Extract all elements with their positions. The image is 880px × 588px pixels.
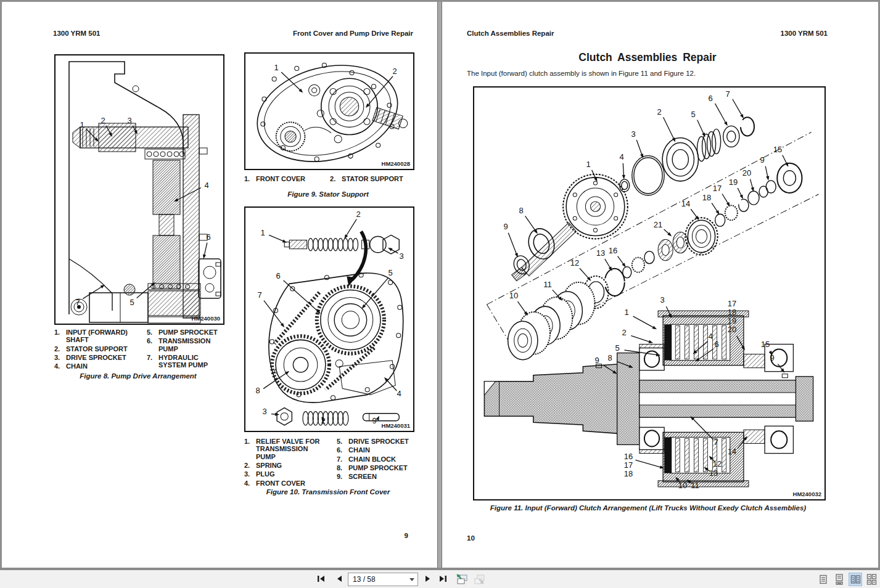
figure-9-stator-support: HM240028 12 [244, 52, 414, 170]
legend-item: 4.FRONT COVER [244, 480, 334, 487]
figure-8-pump-drive-arrangement: HM240030 1234657 [54, 54, 224, 325]
legend-item: 5.PUMP SPROCKET [147, 329, 227, 336]
first-page-button[interactable] [313, 572, 328, 586]
figure9-image-code: HM240028 [382, 160, 410, 167]
previous-view-button[interactable] [454, 572, 469, 586]
figure-callout: 7 [75, 298, 80, 306]
figure-callout: 18 [702, 194, 711, 202]
figure-callout: 16 [609, 247, 617, 255]
figure-callout: 9 [594, 356, 599, 364]
next-view-button[interactable] [471, 572, 486, 586]
figure8-caption: Figure 8. Pump Drive Arrangement [54, 372, 222, 380]
figure-11-input-forward-clutch-arrangement: HM240032 1234567891592019171814211613121… [473, 86, 826, 500]
figure-callout: 6 [276, 272, 280, 280]
facing-continuous-view-icon [866, 574, 877, 585]
figure-10-transmission-front-cover: HM240031 12367583294 [244, 206, 414, 432]
figure9-legend: 1.FRONT COVER2.STATOR SUPPORT [244, 175, 428, 184]
legend-item: 7.HYDRAULIC SYSTEM PUMP [147, 354, 227, 369]
figure8-callout-arrows [56, 55, 223, 324]
previous-page-icon [336, 575, 342, 582]
right-page-number: 10 [467, 534, 475, 542]
figure-callout: 18 [728, 308, 736, 316]
legend-item: 6.TRANSMISSION PUMP [147, 337, 227, 353]
figure-callout: 10 [509, 292, 518, 300]
legend-item: 5.DRIVE SPROCKET [337, 438, 417, 445]
page-combo-caret-icon[interactable] [409, 578, 414, 581]
continuous-view-icon [834, 574, 844, 585]
previous-page-button[interactable] [332, 572, 347, 586]
legend-item: 1.INPUT (FORWARD) SHAFT [54, 329, 147, 344]
figure11-callout-arrows [474, 88, 824, 499]
figure-callout: 5 [388, 269, 392, 277]
figure10-image-code: HM240031 [382, 422, 410, 429]
figure-callout: 9 [372, 417, 376, 425]
figure-callout: 17 [728, 300, 736, 308]
legend-item: 2.STATOR SUPPORT [54, 345, 147, 353]
pdf-navigation-toolbar [0, 570, 880, 588]
figure9-caption: Figure 9. Stator Support [244, 190, 412, 198]
next-page-button[interactable] [421, 572, 435, 586]
legend-item: 1.FRONT COVER [244, 175, 305, 182]
figure-callout: 1 [260, 229, 265, 237]
legend-item: 4.CHAIN [54, 362, 147, 370]
right-page-header-left: Clutch Assemblies Repair [467, 30, 554, 37]
legend-item: 2.STATOR SUPPORT [330, 175, 403, 182]
figure-callout: 9 [770, 354, 774, 362]
figure8-legend-col2: 5.PUMP SPROCKET6.TRANSMISSION PUMP7.HYDR… [147, 329, 227, 370]
figure-callout: 5 [691, 110, 695, 118]
figure-callout: 10 [678, 481, 687, 489]
legend-item: 6.CHAIN [337, 446, 417, 454]
facing-view-icon [850, 574, 861, 585]
figure-callout: 2 [356, 210, 360, 218]
figure-callout: 9 [503, 223, 508, 231]
figure-callout: 4 [204, 181, 208, 189]
figure-callout: 8 [519, 206, 523, 214]
left-page-header-right: Front Cover and Pump Drive Repair [228, 30, 413, 37]
figure-callout: 4 [708, 332, 712, 340]
figure-callout: 3 [631, 130, 635, 138]
figure-callout: 14 [728, 447, 736, 455]
first-page-icon [317, 575, 325, 582]
figure9-callout-arrows [245, 54, 413, 169]
figure-callout: 4 [397, 390, 401, 398]
figure-callout: 5 [130, 298, 134, 306]
figure10-legend-col2: 5.DRIVE SPROCKET6.CHAIN7.CHAIN BLOCK8.PU… [337, 438, 417, 482]
single-page-view-icon [818, 574, 828, 585]
figure-callout: 20 [742, 169, 751, 177]
section-title: Clutch Assemblies Repair [467, 51, 828, 64]
page-number-combo[interactable] [348, 573, 418, 586]
figure-callout: 1 [80, 121, 84, 129]
figure-callout: 6 [714, 340, 718, 348]
right-page-header-right: 1300 YRM 501 [643, 30, 828, 37]
continuous-view-button[interactable] [833, 573, 846, 586]
figure-callout: 8 [255, 386, 260, 394]
figure-callout: 13 [596, 249, 605, 257]
next-page-icon [425, 575, 431, 582]
previous-view-icon [455, 573, 468, 585]
figure-callout: 11 [543, 280, 552, 288]
legend-item: 3.PLUG [244, 470, 334, 478]
figure-callout: 18 [624, 470, 633, 478]
window-border-left [0, 0, 2, 568]
figure-callout: 15 [761, 340, 770, 348]
single-page-view-button[interactable] [816, 573, 830, 586]
pdf-viewer-window: { "viewer": { "toolbar": { "page_indicat… [0, 0, 880, 588]
next-view-icon [472, 573, 485, 585]
legend-item: 2.SPRING [244, 462, 334, 469]
figure-callout: 7 [257, 291, 261, 299]
legend-item: 7.CHAIN BLOCK [337, 455, 417, 463]
figure8-legend-col1: 1.INPUT (FORWARD) SHAFT2.STATOR SUPPORT3… [54, 329, 147, 372]
legend-item: 8.PUMP SPROCKET [337, 464, 417, 472]
figure8-image-code: HM240030 [192, 315, 220, 322]
facing-view-button[interactable] [849, 573, 862, 586]
figure-callout: 2 [392, 67, 397, 75]
figure-callout: 13 [709, 469, 718, 477]
section-intro-text: The Input (forward) clutch assembly is s… [467, 70, 828, 77]
facing-continuous-view-button[interactable] [865, 573, 878, 586]
figure-callout: 1 [624, 308, 628, 316]
figure-callout: 1 [274, 63, 278, 71]
figure-callout: 5 [615, 344, 619, 352]
page-number-input[interactable] [352, 574, 408, 585]
last-page-button[interactable] [435, 572, 450, 586]
page-gap-divider [437, 2, 442, 568]
